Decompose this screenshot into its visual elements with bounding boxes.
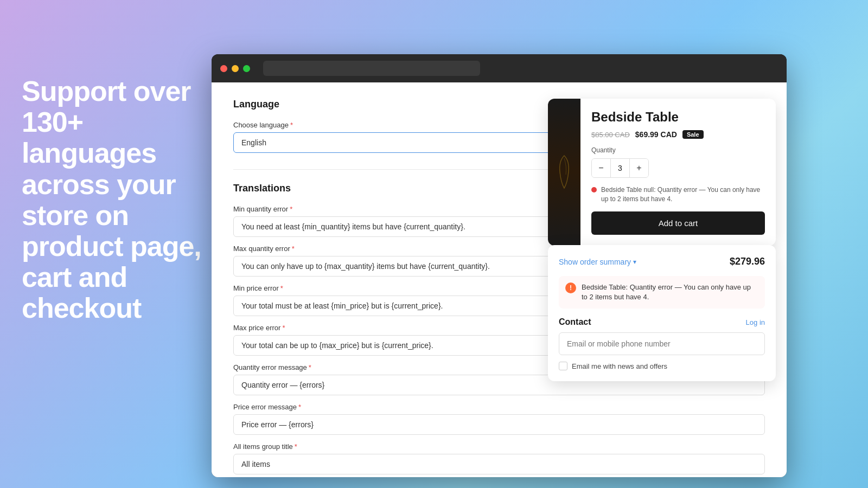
- url-bar[interactable]: [263, 61, 480, 76]
- price-error-message-label: Price error message *: [233, 403, 765, 411]
- price-error-message-input[interactable]: [233, 414, 765, 435]
- checkout-card: Show order summary ▾ $279.96 ! Bedside T…: [548, 245, 776, 381]
- product-card-inner: Bedside Table $85.00 CAD $69.99 CAD Sale…: [548, 99, 776, 246]
- contact-section: Contact Log in Email me with news and of…: [559, 317, 765, 370]
- all-items-group-title-input[interactable]: [233, 454, 765, 474]
- quantity-minus-button[interactable]: −: [592, 159, 610, 177]
- quantity-label: Quantity: [591, 146, 765, 154]
- required-indicator: *: [295, 442, 297, 451]
- contact-title: Contact: [559, 317, 591, 327]
- required-indicator: *: [290, 205, 292, 213]
- sale-badge: Sale: [682, 130, 704, 139]
- log-in-link[interactable]: Log in: [746, 318, 765, 326]
- browser-content: Language Choose language * Translations …: [212, 82, 787, 477]
- chevron-down-icon: ▾: [633, 258, 636, 266]
- newsletter-checkbox-label: Email me with news and offers: [572, 362, 667, 370]
- checkout-error-text: Bedside Table: Quantity error — You can …: [582, 282, 758, 302]
- show-order-summary-button[interactable]: Show order summary ▾: [559, 258, 636, 266]
- required-indicator: *: [309, 363, 311, 371]
- newsletter-checkbox[interactable]: [559, 362, 567, 370]
- required-indicator: *: [292, 245, 295, 253]
- product-name: Bedside Table: [591, 110, 765, 125]
- checkout-header: Show order summary ▾ $279.96: [559, 256, 765, 267]
- original-price: $85.00 CAD: [591, 131, 630, 139]
- quantity-control: − 3 +: [591, 158, 649, 178]
- newsletter-checkbox-row: Email me with news and offers: [559, 362, 765, 370]
- add-to-cart-button[interactable]: Add to cart: [591, 211, 765, 235]
- product-image-icon: [553, 150, 575, 194]
- email-input[interactable]: [559, 332, 765, 355]
- product-card: Bedside Table $85.00 CAD $69.99 CAD Sale…: [548, 99, 776, 246]
- product-image: [548, 99, 580, 246]
- close-button-icon[interactable]: [220, 65, 227, 72]
- product-pricing: $85.00 CAD $69.99 CAD Sale: [591, 130, 765, 139]
- show-order-summary-label: Show order summary: [559, 258, 631, 266]
- sale-price: $69.99 CAD: [635, 130, 677, 139]
- required-indicator: *: [290, 121, 293, 129]
- product-error-message: Bedside Table null: Quantity error — You…: [591, 185, 765, 204]
- error-dot-icon: [591, 187, 597, 192]
- error-text: Bedside Table null: Quantity error — You…: [601, 185, 765, 204]
- required-indicator: *: [280, 284, 283, 292]
- all-items-group-title-label: All items group title *: [233, 442, 765, 451]
- browser-window: Language Choose language * Translations …: [212, 54, 787, 477]
- minimize-button-icon[interactable]: [232, 65, 239, 72]
- product-details: Bedside Table $85.00 CAD $69.99 CAD Sale…: [580, 99, 776, 246]
- checkout-error-icon: !: [565, 282, 576, 293]
- required-indicator: *: [298, 403, 301, 411]
- hero-text: Support over 130+ languages across your …: [22, 76, 206, 324]
- maximize-button-icon[interactable]: [243, 65, 250, 72]
- browser-chrome: [212, 54, 787, 82]
- order-total: $279.96: [730, 256, 765, 267]
- required-indicator: *: [282, 324, 285, 332]
- checkout-error-box: ! Bedside Table: Quantity error — You ca…: [559, 276, 765, 309]
- quantity-value: 3: [610, 159, 630, 177]
- contact-header: Contact Log in: [559, 317, 765, 327]
- quantity-plus-button[interactable]: +: [630, 159, 648, 177]
